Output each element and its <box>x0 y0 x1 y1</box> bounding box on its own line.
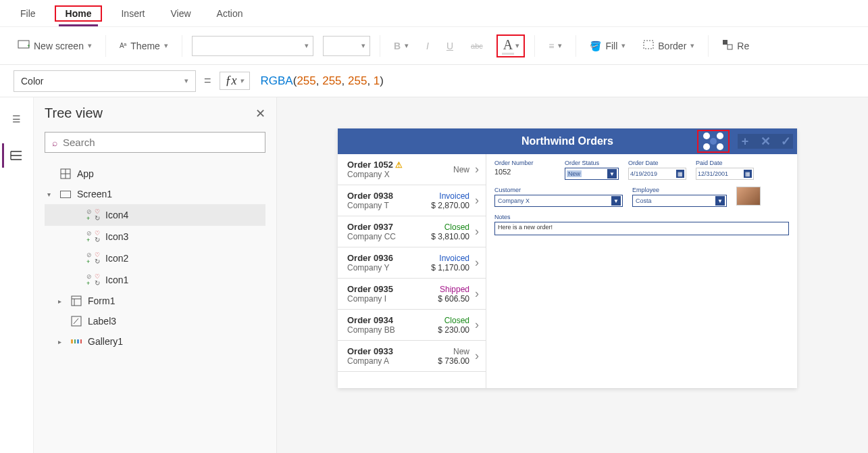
calendar-icon: ▦ <box>676 170 684 178</box>
order-list-item[interactable]: Order 0933Company ANew$ 736.00› <box>338 341 486 372</box>
svg-rect-8 <box>72 296 81 306</box>
order-list-item[interactable]: Order 1052 ⚠Company XNew› <box>338 154 486 185</box>
customer-label: Customer <box>494 187 623 193</box>
expand-icon[interactable]: ▸ <box>58 338 65 345</box>
tree-item-icon3[interactable]: ⊘♡+↻Icon3 <box>45 226 265 247</box>
customer-dropdown[interactable]: Company X▼ <box>494 195 623 207</box>
tree-app[interactable]: App <box>45 164 265 184</box>
bold-button[interactable]: B▾ <box>390 38 413 54</box>
order-status-dropdown[interactable]: New▼ <box>565 168 619 180</box>
equals-sign: = <box>204 74 211 88</box>
svg-rect-3 <box>723 40 727 45</box>
chevron-right-icon: › <box>475 162 479 176</box>
check-icon[interactable]: ✓ <box>778 134 793 149</box>
order-list-item[interactable]: Order 0938Company TInvoiced$ 2,870.00› <box>338 185 486 216</box>
add-icon[interactable]: + <box>738 135 752 149</box>
border-icon <box>643 40 654 51</box>
fx-button[interactable]: ƒx ▾ <box>220 72 250 90</box>
warning-icon: ⚠ <box>393 160 403 170</box>
icon-control-icon: ⊘♡+↻ <box>86 208 100 222</box>
align-button[interactable]: ≡▾ <box>544 38 566 54</box>
svg-text:+: + <box>27 43 30 49</box>
chevron-down-icon: ▾ <box>164 41 168 50</box>
tree-item-icon2[interactable]: ⊘♡+↻Icon2 <box>45 247 265 269</box>
svg-rect-2 <box>644 41 653 49</box>
screen-icon <box>59 188 72 200</box>
gallery-icon <box>70 335 82 348</box>
paint-bucket-icon: 🪣 <box>590 41 601 51</box>
employee-dropdown[interactable]: Costa▼ <box>632 195 727 207</box>
formula-input[interactable]: RGBA(255, 255, 255, 1) <box>258 71 854 91</box>
font-color-button[interactable]: A▾ <box>496 34 525 57</box>
font-size-dropdown[interactable]: ▾ <box>323 36 370 56</box>
chevron-right-icon: › <box>475 349 479 363</box>
border-button[interactable]: Border ▾ <box>639 37 698 54</box>
app-icon <box>59 168 72 180</box>
collapse-icon[interactable]: ▾ <box>47 191 54 198</box>
order-date-input[interactable]: 4/19/2019▦ <box>628 168 686 180</box>
chevron-down-icon: ▾ <box>88 41 92 50</box>
order-list-item[interactable]: Order 0937Company CCClosed$ 3,810.00› <box>338 216 486 247</box>
chevron-right-icon: › <box>475 193 479 208</box>
tree-view-title: Tree view <box>45 105 103 121</box>
menu-file[interactable]: File <box>14 3 43 24</box>
app-canvas[interactable]: Northwind Orders + ✕ ✓ Or <box>338 128 797 388</box>
tree-item-form1[interactable]: ▸Form1 <box>45 291 265 311</box>
font-color-icon: A <box>502 37 514 55</box>
reorder-icon <box>722 39 733 52</box>
screen-icon: + <box>18 40 30 51</box>
chevron-right-icon: › <box>475 318 479 332</box>
chevron-down-icon: ▾ <box>184 76 188 85</box>
new-screen-button[interactable]: + New screen ▾ <box>14 37 96 54</box>
calendar-icon: ▦ <box>744 170 752 178</box>
tree-item-icon1[interactable]: ⊘♡+↻Icon1 <box>45 269 265 291</box>
property-selector[interactable]: Color ▾ <box>14 70 196 92</box>
chevron-right-icon: › <box>475 224 479 239</box>
reorder-button[interactable]: Re <box>718 37 753 55</box>
svg-rect-4 <box>727 45 732 49</box>
menu-insert[interactable]: Insert <box>114 3 151 24</box>
expand-icon[interactable]: ▸ <box>58 297 65 305</box>
paid-date-label: Paid Date <box>696 160 754 166</box>
employee-photo <box>736 187 761 206</box>
tree-screen1[interactable]: ▾ Screen1 <box>45 184 265 204</box>
strikethrough-button[interactable]: abc <box>467 39 487 53</box>
menu-home[interactable]: Home <box>59 3 99 26</box>
menu-view[interactable]: View <box>163 3 197 24</box>
filter-icon-highlighted[interactable] <box>697 130 730 153</box>
italic-button[interactable]: I <box>422 38 433 54</box>
icon-control-icon: ⊘♡+↻ <box>86 273 100 287</box>
tree-item-icon4[interactable]: ⊘♡+↻Icon4 <box>45 204 265 226</box>
notes-label: Notes <box>494 214 789 220</box>
icon-control-icon: ⊘♡+↻ <box>86 230 100 243</box>
tree-item-gallery1[interactable]: ▸Gallery1 <box>45 331 265 352</box>
order-date-label: Order Date <box>628 160 686 166</box>
order-list-item[interactable]: Order 0935Company IShipped$ 606.50› <box>338 279 486 310</box>
app-title: Northwind Orders <box>521 135 613 147</box>
tree-item-label3[interactable]: Label3 <box>45 311 265 331</box>
employee-label: Employee <box>632 187 727 193</box>
order-number-value: 1052 <box>494 168 555 176</box>
form-icon <box>70 295 82 307</box>
search-input[interactable]: ⌕ <box>45 132 265 153</box>
paid-date-input[interactable]: 12/31/2001▦ <box>696 168 754 180</box>
search-icon: ⌕ <box>52 137 57 148</box>
hamburger-icon[interactable]: ☰ <box>5 107 29 131</box>
menu-action[interactable]: Action <box>210 3 250 24</box>
notes-input[interactable]: Here is a new order! <box>494 222 789 235</box>
order-status-label: Order Status <box>565 160 619 166</box>
chevron-right-icon: › <box>475 256 479 270</box>
cancel-icon[interactable]: ✕ <box>758 134 773 149</box>
order-list-item[interactable]: Order 0936Company YInvoiced$ 1,170.00› <box>338 247 486 279</box>
close-icon[interactable]: ✕ <box>255 106 265 121</box>
label-icon <box>70 315 82 327</box>
chevron-right-icon: › <box>475 287 479 301</box>
font-family-dropdown[interactable]: ▾ <box>192 36 313 56</box>
tree-view-rail-icon[interactable] <box>2 143 26 168</box>
icon-control-icon: ⊘♡+↻ <box>86 252 100 265</box>
fill-button[interactable]: 🪣 Fill ▾ <box>586 38 630 54</box>
theme-button[interactable]: Aª Theme ▾ <box>116 38 172 54</box>
underline-button[interactable]: U <box>442 38 457 54</box>
order-list-item[interactable]: Order 0934Company BBClosed$ 230.00› <box>338 310 486 341</box>
order-number-label: Order Number <box>494 160 555 166</box>
